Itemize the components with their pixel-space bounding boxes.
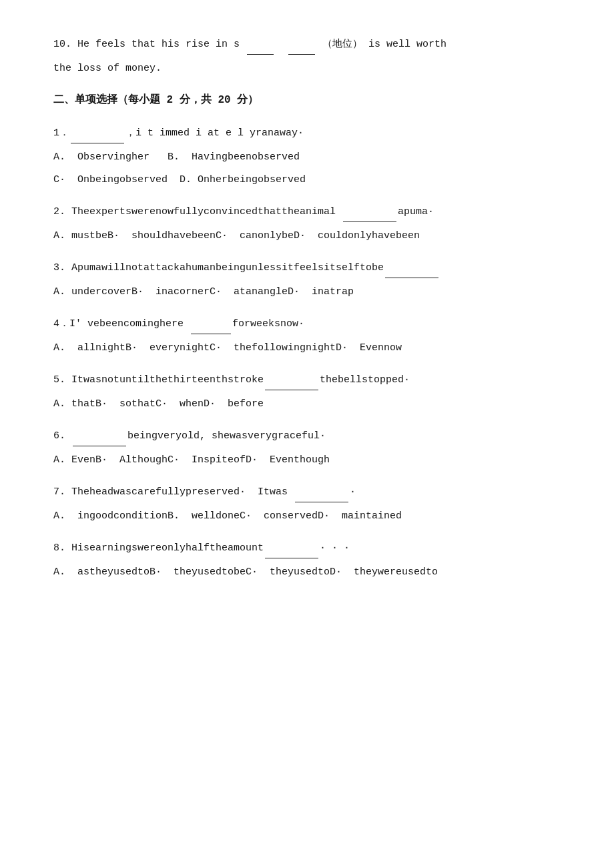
q5-blank [265, 380, 318, 390]
section2-title: 二、单项选择（每小题 2 分，共 20 分） [53, 91, 561, 110]
q2-options: A. mustbeB· shouldhavebeenC· canonlybeD·… [53, 226, 561, 246]
q3-text: 3. Apumawillnotattackahumanbeingunlessit… [53, 258, 561, 278]
q1-blank [71, 133, 124, 143]
q10-cn-label: （地位） [322, 38, 362, 49]
question-8: 8. Hisearningswereonlyhalftheamount· · ·… [53, 538, 561, 582]
q7-text: 7. Theheadwascarefullypreserved· Itwas · [53, 482, 561, 502]
q6-text: 6. beingveryold, shewasverygraceful· [53, 426, 561, 446]
q10-text: 10. He feels that his rise in s （地位） is … [53, 33, 561, 55]
q5-text: 5. Itwasnotuntilthethirteenthstrokethebe… [53, 370, 561, 390]
q7-blank [295, 492, 348, 502]
q8-text: 8. Hisearningswereonlyhalftheamount· · · [53, 538, 561, 558]
q6-options: A. EvenB· AlthoughC· InspiteofD· Eventho… [53, 450, 561, 470]
q6-blank [73, 436, 126, 446]
q3-options: A. undercoverB· inacornerC· atanangleD· … [53, 282, 561, 302]
q1-options-ab: A. Observingher B. Havingbeenobserved [53, 147, 561, 167]
question-1: 1．，i t immed i at e l yranaway· A. Obser… [53, 123, 561, 190]
question-5: 5. Itwasnotuntilthethirteenthstrokethebe… [53, 370, 561, 414]
question-6: 6. beingveryold, shewasverygraceful· A. … [53, 426, 561, 470]
q5-options: A. thatB· sothatC· whenD· before [53, 394, 561, 414]
question-3: 3. Apumawillnotattackahumanbeingunlessit… [53, 258, 561, 302]
q10-continuation: the loss of money. [53, 59, 561, 79]
q1-text: 1．，i t immed i at e l yranaway· [53, 123, 561, 143]
q2-text: 2. Theexpertswerenowfullyconvincedthatth… [53, 202, 561, 222]
question-10: 10. He feels that his rise in s （地位） is … [53, 33, 561, 79]
q1-options-cd: C· Onbeingobserved D. Onherbeingobserved [53, 170, 561, 190]
q7-options: A. ingoodconditionB. welldoneC· conserve… [53, 506, 561, 526]
q2-blank [343, 211, 396, 222]
exam-content: 10. He feels that his rise in s （地位） is … [53, 33, 561, 582]
q4-blank [191, 324, 231, 334]
q10-blank1 [247, 44, 274, 55]
q4-text: 4．I' vebeencominghere forweeksnow· [53, 314, 561, 334]
q4-options: A. allnightB· everynightC· thefollowingn… [53, 338, 561, 358]
q10-blank2 [288, 44, 315, 55]
q3-blank [385, 268, 438, 278]
q8-options: A. astheyusedtoB· theyusedtobeC· theyuse… [53, 562, 561, 582]
question-7: 7. Theheadwascarefullypreserved· Itwas ·… [53, 482, 561, 526]
q8-blank [265, 548, 318, 558]
question-2: 2. Theexpertswerenowfullyconvincedthatth… [53, 202, 561, 246]
question-4: 4．I' vebeencominghere forweeksnow· A. al… [53, 314, 561, 358]
